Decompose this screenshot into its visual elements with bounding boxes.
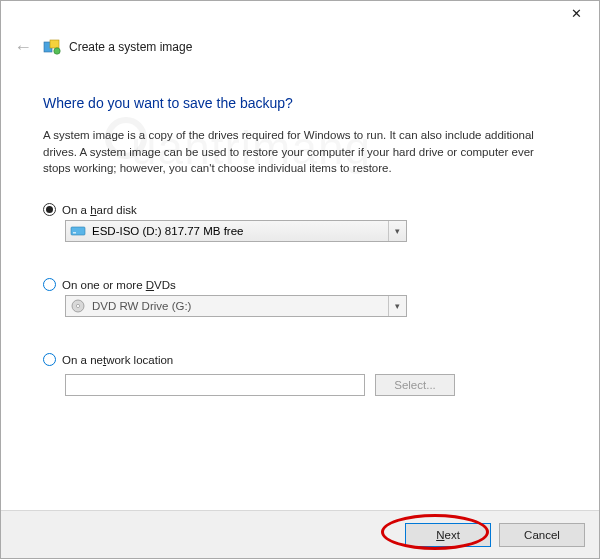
select-button: Select... (375, 374, 455, 396)
chevron-down-icon[interactable]: ▾ (388, 296, 406, 316)
option-network: On a network location Select... (43, 353, 557, 396)
radio-hard-disk[interactable]: On a hard disk (43, 203, 557, 216)
wizard-footer: Next Cancel (1, 510, 599, 558)
wizard-title: Create a system image (69, 40, 192, 54)
cancel-button[interactable]: Cancel (499, 523, 585, 547)
page-description: A system image is a copy of the drives r… (43, 127, 557, 177)
svg-point-7 (76, 304, 79, 307)
dvds-combo-value: DVD RW Drive (G:) (92, 300, 388, 312)
network-path-input[interactable] (65, 374, 365, 396)
dvds-combo[interactable]: DVD RW Drive (G:) ▾ (65, 295, 407, 317)
close-button[interactable]: ✕ (554, 1, 599, 29)
hard-disk-combo[interactable]: ESD-ISO (D:) 817.77 MB free ▾ (65, 220, 407, 242)
dvd-icon (70, 298, 86, 314)
svg-rect-5 (73, 232, 76, 234)
radio-hard-disk-input[interactable] (43, 203, 56, 216)
back-arrow-icon[interactable]: ← (11, 35, 35, 59)
radio-dvds-input[interactable] (43, 278, 56, 291)
system-image-icon (43, 38, 61, 56)
svg-point-2 (54, 48, 60, 54)
wizard-content: uantrimang Where do you want to save the… (1, 95, 599, 396)
drive-icon (70, 223, 86, 239)
wizard-header: ← Create a system image (1, 31, 599, 77)
title-bar: ✕ (1, 1, 599, 31)
page-heading: Where do you want to save the backup? (43, 95, 557, 111)
svg-rect-4 (71, 227, 85, 235)
radio-network[interactable]: On a network location (43, 353, 557, 366)
svg-rect-1 (50, 40, 59, 48)
option-hard-disk: On a hard disk ESD-ISO (D:) 817.77 MB fr… (43, 203, 557, 242)
radio-network-input[interactable] (43, 353, 56, 366)
radio-dvds[interactable]: On one or more DVDs (43, 278, 557, 291)
radio-hard-disk-label: On a hard disk (62, 204, 137, 216)
hard-disk-combo-value: ESD-ISO (D:) 817.77 MB free (92, 225, 388, 237)
radio-dvds-label: On one or more DVDs (62, 279, 176, 291)
chevron-down-icon[interactable]: ▾ (388, 221, 406, 241)
radio-network-label: On a network location (62, 354, 173, 366)
option-dvds: On one or more DVDs DVD RW Drive (G:) ▾ (43, 278, 557, 317)
next-button[interactable]: Next (405, 523, 491, 547)
